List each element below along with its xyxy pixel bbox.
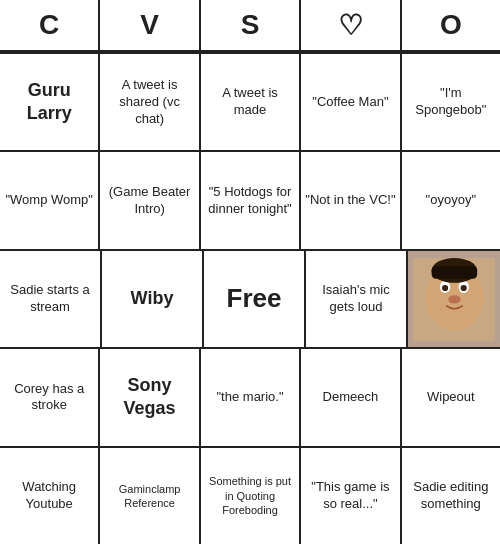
grid-cell-3-2: "the mario." [201, 349, 301, 445]
grid-cell-0-1: A tweet is shared (vc chat) [100, 54, 200, 150]
grid-cell-2-0: Sadie starts a stream [0, 251, 102, 347]
grid-cell-4-0: Watching Youtube [0, 448, 100, 544]
grid-row-3: Corey has a strokeSony Vegas"the mario."… [0, 347, 500, 445]
header-row: CVS♡O [0, 0, 500, 52]
grid-cell-4-4: Sadie editing something [402, 448, 500, 544]
grid-row-2: Sadie starts a streamWibyFreeIsaiah's mi… [0, 249, 500, 347]
grid-cell-2-1: Wiby [102, 251, 204, 347]
svg-point-7 [448, 295, 460, 303]
grid-cell-3-3: Demeech [301, 349, 401, 445]
grid-cell-4-2: Something is put in Quoting Foreboding [201, 448, 301, 544]
header-col-0: C [0, 0, 100, 50]
grid-cell-4-1: Gaminclamp Reference [100, 448, 200, 544]
grid-cell-0-2: A tweet is made [201, 54, 301, 150]
grid-cell-1-4: "oyoyoy" [402, 152, 500, 248]
grid-cell-2-3: Isaiah's mic gets loud [306, 251, 408, 347]
header-col-3: ♡ [301, 0, 401, 50]
grid-cell-0-3: "Coffee Man" [301, 54, 401, 150]
grid-cell-0-4: "I'm Spongebob" [402, 54, 500, 150]
grid-row-1: "Womp Womp"(Game Beater Intro)"5 Hotdogs… [0, 150, 500, 248]
bingo-card: CVS♡O Guru LarryA tweet is shared (vc ch… [0, 0, 500, 544]
svg-rect-9 [431, 266, 477, 278]
grid-cell-2-4 [408, 251, 500, 347]
header-col-1: V [100, 0, 200, 50]
grid-cell-3-4: Wipeout [402, 349, 500, 445]
grid-cell-2-2: Free [204, 251, 306, 347]
grid-cell-1-1: (Game Beater Intro) [100, 152, 200, 248]
grid-cell-1-0: "Womp Womp" [0, 152, 100, 248]
grid-cell-1-2: "5 Hotdogs for dinner tonight" [201, 152, 301, 248]
svg-point-5 [442, 285, 448, 291]
grid-cell-3-0: Corey has a stroke [0, 349, 100, 445]
header-col-4: O [402, 0, 500, 50]
grid-cell-3-1: Sony Vegas [100, 349, 200, 445]
header-col-2: S [201, 0, 301, 50]
grid-cell-0-0: Guru Larry [0, 54, 100, 150]
grid-cell-4-3: "This game is so real..." [301, 448, 401, 544]
svg-point-6 [460, 285, 466, 291]
grid-cell-1-3: "Not in the VC!" [301, 152, 401, 248]
grid-row-0: Guru LarryA tweet is shared (vc chat)A t… [0, 52, 500, 150]
bingo-grid: Guru LarryA tweet is shared (vc chat)A t… [0, 52, 500, 544]
grid-row-4: Watching YoutubeGaminclamp ReferenceSome… [0, 446, 500, 544]
